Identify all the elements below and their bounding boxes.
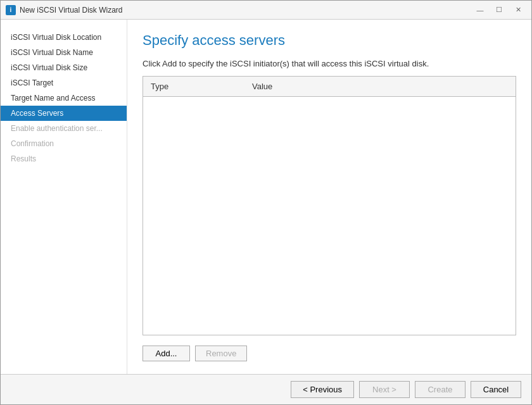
content-area: iSCSI Virtual Disk Location iSCSI Virtua… — [1, 20, 531, 404]
remove-button[interactable]: Remove — [195, 346, 247, 361]
right-panel: Specify access servers Click Add to spec… — [127, 20, 531, 374]
sidebar-item-enable-authentication: Enable authentication ser... — [1, 121, 127, 136]
main-content: iSCSI Virtual Disk Location iSCSI Virtua… — [1, 20, 531, 374]
sidebar-item-iscsi-target[interactable]: iSCSI Target — [1, 75, 127, 90]
sidebar-item-confirmation: Confirmation — [1, 136, 127, 151]
sidebar: iSCSI Virtual Disk Location iSCSI Virtua… — [1, 20, 127, 374]
wizard-window: i New iSCSI Virtual Disk Wizard — ☐ ✕ iS… — [0, 0, 532, 405]
page-title: Specify access servers — [142, 32, 516, 49]
titlebar: i New iSCSI Virtual Disk Wizard — ☐ ✕ — [1, 1, 531, 20]
table-body — [143, 97, 516, 335]
cancel-button[interactable]: Cancel — [471, 381, 521, 398]
maximize-button[interactable]: ☐ — [491, 4, 507, 16]
table-header: Type Value — [143, 77, 516, 97]
sidebar-item-iscsi-virtual-disk-name[interactable]: iSCSI Virtual Disk Name — [1, 45, 127, 60]
sidebar-item-access-servers[interactable]: Access Servers — [1, 106, 127, 121]
access-servers-table: Type Value — [142, 76, 516, 335]
description: Click Add to specify the iSCSI initiator… — [142, 59, 516, 68]
sidebar-item-iscsi-virtual-disk-size[interactable]: iSCSI Virtual Disk Size — [1, 60, 127, 75]
sidebar-item-iscsi-virtual-disk-location[interactable]: iSCSI Virtual Disk Location — [1, 30, 127, 45]
action-buttons: Add... Remove — [142, 346, 516, 361]
minimize-button[interactable]: — — [472, 4, 488, 16]
footer: < Previous Next > Create Cancel — [1, 374, 531, 404]
sidebar-item-target-name-and-access[interactable]: Target Name and Access — [1, 90, 127, 106]
window-icon: i — [6, 5, 16, 15]
window-title: New iSCSI Virtual Disk Wizard — [20, 6, 472, 15]
add-button[interactable]: Add... — [142, 346, 190, 361]
close-button[interactable]: ✕ — [510, 4, 526, 16]
column-value: Value — [244, 79, 516, 94]
create-button[interactable]: Create — [415, 381, 466, 398]
previous-button[interactable]: < Previous — [291, 381, 354, 398]
next-button[interactable]: Next > — [359, 381, 410, 398]
sidebar-item-results: Results — [1, 151, 127, 166]
titlebar-controls: — ☐ ✕ — [472, 4, 526, 16]
column-type: Type — [143, 79, 244, 94]
